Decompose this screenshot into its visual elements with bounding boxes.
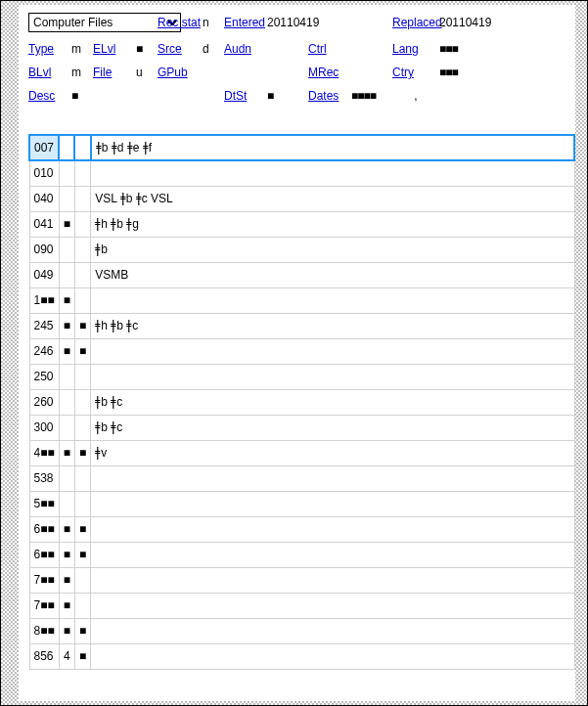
mrec-label[interactable]: MRec: [308, 66, 351, 79]
marc-ind1[interactable]: ■: [59, 287, 74, 313]
marc-ind1[interactable]: [59, 262, 74, 287]
file-value[interactable]: u: [136, 66, 158, 79]
marc-tag[interactable]: 250: [29, 364, 59, 389]
marc-tag[interactable]: 090: [29, 237, 59, 262]
marc-ind1[interactable]: ■: [59, 338, 74, 364]
marc-row[interactable]: 300ǂb ǂc: [29, 415, 574, 440]
marc-data[interactable]: ǂb ǂd ǂe ǂf: [91, 135, 574, 160]
marc-ind1[interactable]: 4: [59, 643, 74, 669]
lang-value[interactable]: ■■■: [439, 42, 480, 56]
marc-ind2[interactable]: [74, 262, 90, 287]
marc-ind2[interactable]: [74, 415, 90, 440]
marc-tag[interactable]: 041: [29, 211, 59, 237]
marc-data[interactable]: [91, 542, 574, 567]
marc-ind2[interactable]: ■: [74, 542, 90, 567]
recstat-label[interactable]: Rec stat: [158, 16, 203, 29]
marc-tag[interactable]: 040: [29, 186, 59, 211]
marc-row[interactable]: 7■■■: [29, 593, 574, 618]
gpub-label[interactable]: GPub: [158, 66, 203, 79]
marc-row[interactable]: 7■■■: [29, 567, 574, 593]
marc-row[interactable]: 246■■: [29, 338, 574, 364]
marc-tag[interactable]: 049: [29, 262, 59, 287]
ctry-value[interactable]: ■■■: [439, 66, 480, 79]
marc-tag[interactable]: 5■■: [29, 491, 59, 516]
marc-tag[interactable]: 1■■: [29, 287, 59, 313]
elvl-value[interactable]: ■: [136, 42, 158, 56]
marc-ind2[interactable]: [74, 593, 90, 618]
marc-tag[interactable]: 538: [29, 465, 59, 491]
marc-ind1[interactable]: [59, 389, 74, 415]
marc-data[interactable]: [91, 643, 574, 669]
marc-tag[interactable]: 4■■: [29, 440, 59, 465]
srce-label[interactable]: Srce: [158, 42, 203, 56]
marc-ind1[interactable]: ■: [59, 313, 74, 338]
marc-ind2[interactable]: [74, 237, 90, 262]
marc-data[interactable]: ǂh ǂb ǂg: [91, 211, 574, 237]
marc-tag[interactable]: 6■■: [29, 516, 59, 542]
blvl-value[interactable]: m: [71, 66, 93, 79]
marc-ind1[interactable]: [59, 465, 74, 491]
ctrl-label[interactable]: Ctrl: [308, 42, 351, 56]
marc-tag[interactable]: 7■■: [29, 567, 59, 593]
marc-ind2[interactable]: ■: [74, 440, 90, 465]
marc-data[interactable]: ǂb: [91, 237, 574, 262]
marc-ind2[interactable]: ■: [74, 338, 90, 364]
marc-row[interactable]: 041■ǂh ǂb ǂg: [29, 211, 574, 237]
marc-ind2[interactable]: [74, 567, 90, 593]
marc-ind1[interactable]: [59, 186, 74, 211]
marc-tag[interactable]: 246: [29, 338, 59, 364]
marc-data[interactable]: ǂb ǂc: [91, 415, 574, 440]
marc-tag[interactable]: 300: [29, 415, 59, 440]
marc-ind1[interactable]: [59, 135, 74, 160]
marc-data[interactable]: ǂh ǂb ǂc: [91, 313, 574, 338]
marc-data[interactable]: [91, 593, 574, 618]
marc-ind2[interactable]: [74, 389, 90, 415]
marc-row[interactable]: 090ǂb: [29, 237, 574, 262]
marc-row[interactable]: 538: [29, 465, 574, 491]
marc-row[interactable]: 8■■■■: [29, 618, 574, 643]
marc-data[interactable]: [91, 516, 574, 542]
marc-data[interactable]: [91, 618, 574, 643]
marc-tag[interactable]: 010: [29, 160, 59, 186]
marc-ind2[interactable]: ■: [74, 618, 90, 643]
marc-row[interactable]: 1■■■: [29, 287, 574, 313]
marc-row[interactable]: 010: [29, 160, 574, 186]
marc-ind2[interactable]: [74, 135, 90, 160]
marc-tag[interactable]: 6■■: [29, 542, 59, 567]
file-label[interactable]: File: [93, 66, 136, 79]
marc-ind1[interactable]: [59, 160, 74, 186]
marc-ind2[interactable]: [74, 211, 90, 237]
audn-label[interactable]: Audn: [224, 42, 267, 56]
replaced-label[interactable]: Replaced: [392, 16, 439, 29]
marc-row[interactable]: 6■■■■: [29, 516, 574, 542]
marc-row[interactable]: 040VSL ǂb ǂc VSL: [29, 186, 574, 211]
marc-ind1[interactable]: ■: [59, 516, 74, 542]
marc-ind2[interactable]: [74, 364, 90, 389]
marc-ind1[interactable]: ■: [59, 440, 74, 465]
marc-row[interactable]: 250: [29, 364, 574, 389]
marc-data[interactable]: VSL ǂb ǂc VSL: [91, 186, 574, 211]
marc-row[interactable]: 8564■: [29, 643, 574, 669]
marc-tag[interactable]: 245: [29, 313, 59, 338]
marc-ind1[interactable]: ■: [59, 211, 74, 237]
lang-label[interactable]: Lang: [392, 42, 439, 56]
dates-label[interactable]: Dates: [308, 89, 351, 103]
marc-ind1[interactable]: ■: [59, 593, 74, 618]
marc-ind2[interactable]: [74, 287, 90, 313]
marc-row[interactable]: 049VSMB: [29, 262, 574, 287]
desc-label[interactable]: Desc: [28, 89, 71, 103]
type-label[interactable]: Type: [28, 42, 71, 56]
marc-ind2[interactable]: [74, 160, 90, 186]
marc-data[interactable]: [91, 491, 574, 516]
marc-data[interactable]: [91, 364, 574, 389]
dtst-value[interactable]: ■: [267, 89, 308, 103]
blvl-label[interactable]: BLvl: [28, 66, 71, 79]
marc-ind1[interactable]: [59, 415, 74, 440]
desc-value[interactable]: ■: [71, 89, 93, 103]
marc-ind2[interactable]: [74, 186, 90, 211]
marc-ind2[interactable]: ■: [74, 516, 90, 542]
marc-data[interactable]: [91, 160, 574, 186]
marc-ind2[interactable]: ■: [74, 643, 90, 669]
ctry-label[interactable]: Ctry: [392, 66, 439, 79]
marc-row[interactable]: 5■■: [29, 491, 574, 516]
